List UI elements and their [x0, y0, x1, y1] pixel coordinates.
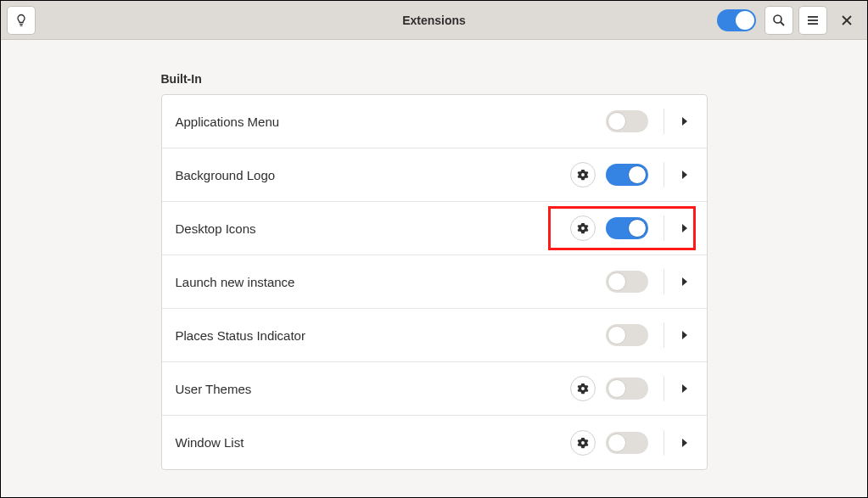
separator: [664, 376, 664, 401]
extension-name: Launch new instance: [176, 275, 606, 289]
extension-name: Background Logo: [176, 168, 570, 182]
master-toggle[interactable]: [717, 9, 756, 31]
extension-name: User Themes: [176, 382, 570, 396]
chevron-right-icon: [681, 224, 688, 232]
chevron-right-icon: [681, 331, 688, 339]
extension-toggle[interactable]: [606, 271, 648, 293]
lightbulb-icon: [14, 14, 28, 27]
settings-button[interactable]: [570, 430, 596, 456]
separator: [664, 162, 664, 187]
chevron-right-icon: [681, 277, 688, 286]
extension-name: Places Status Indicator: [176, 328, 606, 343]
expand-button[interactable]: [676, 435, 693, 450]
extension-row: Places Status Indicator: [162, 309, 707, 362]
extension-row: Applications Menu: [162, 95, 707, 148]
svg-line-3: [781, 22, 784, 25]
search-icon: [772, 14, 786, 27]
chevron-right-icon: [681, 117, 688, 126]
extensions-list: Applications MenuBackground LogoDesktop …: [161, 94, 708, 470]
extension-toggle[interactable]: [606, 432, 648, 454]
expand-button[interactable]: [676, 167, 693, 182]
hamburger-icon: [806, 14, 820, 27]
extension-row: Desktop Icons: [162, 202, 707, 255]
expand-button[interactable]: [676, 327, 693, 343]
separator: [664, 215, 664, 241]
svg-rect-6: [808, 23, 818, 25]
extension-name: Window List: [176, 435, 570, 450]
extension-toggle[interactable]: [606, 110, 648, 132]
extension-row: Window List: [162, 416, 707, 469]
extension-toggle[interactable]: [606, 217, 648, 239]
close-button[interactable]: [832, 6, 861, 35]
settings-button[interactable]: [570, 162, 596, 187]
tips-button[interactable]: [7, 6, 36, 35]
extensions-pane: Built-In Applications MenuBackground Log…: [161, 72, 708, 470]
headerbar: Extensions: [1, 1, 867, 40]
settings-button[interactable]: [570, 215, 596, 241]
svg-rect-0: [20, 24, 23, 25]
menu-button[interactable]: [798, 6, 827, 35]
search-button[interactable]: [764, 6, 793, 35]
content-area: Built-In Applications MenuBackground Log…: [1, 40, 867, 470]
close-icon: [842, 15, 852, 25]
expand-button[interactable]: [676, 221, 693, 236]
expand-button[interactable]: [676, 274, 693, 289]
extension-row: Background Logo: [162, 148, 707, 202]
svg-rect-5: [808, 20, 818, 21]
svg-rect-4: [808, 16, 818, 18]
separator: [664, 269, 664, 294]
extension-toggle[interactable]: [606, 324, 648, 346]
expand-button[interactable]: [676, 114, 693, 129]
gear-icon: [577, 222, 589, 234]
separator: [664, 430, 664, 456]
extension-toggle[interactable]: [606, 164, 648, 186]
gear-icon: [577, 383, 589, 394]
extension-row: Launch new instance: [162, 255, 707, 309]
separator: [664, 322, 664, 348]
expand-button[interactable]: [676, 381, 693, 396]
chevron-right-icon: [681, 171, 688, 179]
chevron-right-icon: [681, 384, 688, 393]
extension-name: Applications Menu: [176, 115, 606, 129]
chevron-right-icon: [681, 439, 688, 447]
extension-name: Desktop Icons: [176, 221, 570, 236]
svg-point-2: [774, 15, 781, 23]
svg-rect-1: [20, 25, 23, 25]
section-header: Built-In: [161, 72, 708, 86]
extension-row: User Themes: [162, 362, 707, 416]
settings-button[interactable]: [570, 376, 596, 401]
extension-toggle[interactable]: [606, 378, 648, 400]
separator: [664, 109, 664, 134]
gear-icon: [577, 169, 589, 181]
gear-icon: [577, 437, 589, 449]
